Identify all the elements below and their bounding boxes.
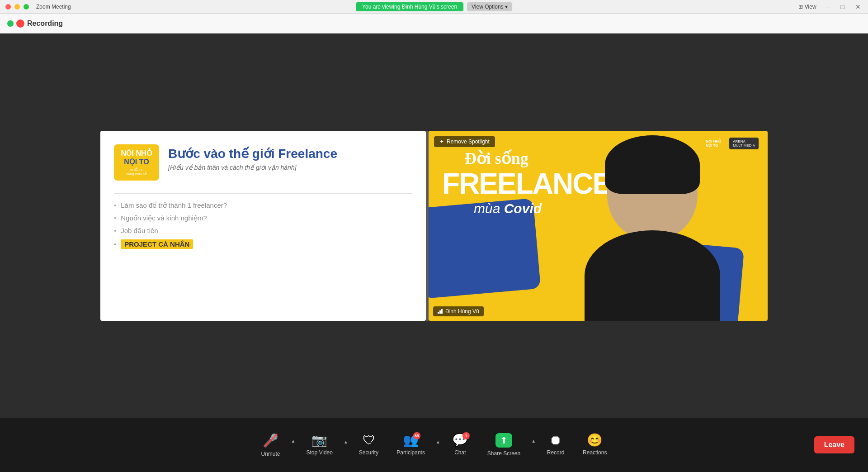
title-bar-right: ⊞ View ─ □ ✕ [798, 3, 863, 10]
share-screen-button[interactable]: ⬆ Share Screen [478, 429, 529, 460]
share-up-arrow-icon: ⬆ [500, 435, 508, 446]
bullet-4: PROJECT CÁ NHÂN [114, 237, 412, 251]
shield-icon: 🛡 [363, 434, 375, 447]
bullet-highlight: PROJECT CÁ NHÂN [121, 239, 193, 249]
slide-subtitle: [Hiểu về bản thân và cách thế giới vận h… [168, 164, 412, 171]
view-options-button[interactable]: View Options ▾ [467, 2, 512, 11]
slide-bullets: Làm sao để trở thành 1 freelancer? Nguồn… [114, 199, 412, 251]
main-content: NÓI NHỎ NỌI TO NHỎ-TO cùng chia sẻ Bước … [0, 33, 868, 418]
logo-box: NÓI NHỎ NỌI TO NHỎ-TO cùng chia sẻ [114, 144, 159, 181]
mic-off-line [264, 433, 277, 447]
mic-icon-wrapper: 🎤 [263, 433, 278, 448]
record-icon: ⏺ [549, 434, 562, 447]
record-button[interactable]: ⏺ Record [538, 430, 574, 459]
title-bar: Zoom Meeting You are viewing Đinh Hùng V… [0, 0, 868, 14]
signal-bar-1 [438, 312, 439, 314]
video-logo-overlay: NÓI NHỎNỌI TO ARENAMULTIMEDIA [702, 138, 759, 150]
chat-button[interactable]: 💬 1 Chat [442, 430, 478, 459]
remove-spotlight-button[interactable]: ✦ Remove Spotlight [434, 136, 495, 147]
video-partner-logo: ARENAMULTIMEDIA [729, 138, 759, 149]
reactions-icon: 😊 [587, 434, 603, 447]
reactions-label: Reactions [583, 449, 607, 456]
share-screen-caret[interactable]: ▲ [529, 439, 538, 443]
video-camera-icon: 📷 [311, 434, 327, 447]
participants-label: Participants [396, 449, 425, 456]
video-text-mua-covid: mùa Covid [474, 201, 542, 216]
video-text-covid: Covid [504, 201, 542, 216]
video-caret[interactable]: ▲ [342, 439, 350, 444]
slide-header: NÓI NHỎ NỌI TO NHỎ-TO cùng chia sẻ Bước … [114, 144, 412, 181]
recording-bar: Recording [0, 14, 868, 33]
recording-label: Recording [27, 19, 63, 28]
person-hair [605, 135, 700, 194]
close-window-btn[interactable] [5, 4, 11, 10]
unmute-label: Unmute [261, 451, 280, 457]
close-btn[interactable]: ✕ [854, 3, 863, 10]
unmute-group: 🎤 Unmute ▲ [252, 429, 297, 461]
recording-dot [16, 19, 24, 28]
participants-icon-wrapper: 👥 69 [403, 434, 419, 447]
share-screen-label: Share Screen [487, 450, 520, 457]
share-screen-icon: ⬆ [495, 433, 512, 448]
speaker-name-label: Đinh Hùng Vũ [433, 306, 484, 316]
participants-caret[interactable]: ▲ [434, 439, 442, 444]
signal-bars [438, 309, 443, 314]
signal-bar-2 [439, 310, 441, 314]
stop-video-label: Stop Video [306, 449, 333, 456]
slide-presentation: NÓI NHỎ NỌI TO NHỎ-TO cùng chia sẻ Bước … [100, 131, 426, 321]
bullet-1: Làm sao để trở thành 1 freelancer? [114, 199, 412, 212]
logo-tagline: NHỎ-TO cùng chia sẻ [119, 168, 154, 176]
star-icon: ✦ [439, 138, 444, 145]
video-logo-small: NÓI NHỎNỌI TO [702, 138, 725, 150]
maximize-window-btn[interactable] [24, 4, 29, 10]
view-label: View [805, 4, 816, 10]
mic-off-icon: 🎤 [263, 433, 278, 448]
unmute-button[interactable]: 🎤 Unmute [252, 429, 289, 461]
person-video-area [573, 131, 731, 321]
view-icon: ⊞ [798, 4, 803, 10]
remove-spotlight-label: Remove Spotlight [447, 138, 490, 145]
restore-btn[interactable]: □ [839, 3, 846, 10]
minimize-btn[interactable]: ─ [824, 3, 832, 10]
person-body [585, 230, 720, 321]
toolbar: 🎤 Unmute ▲ 📷 Stop Video ▲ 🛡 Security 👥 6… [0, 418, 868, 472]
slide-main-title: Bước vào thế giới Freelance [168, 146, 412, 161]
signal-bar-3 [441, 309, 443, 314]
bullet-2: Nguồn việc và kinh nghiệm? [114, 212, 412, 224]
stop-video-group: 📷 Stop Video ▲ [297, 430, 349, 459]
minimize-window-btn[interactable] [14, 4, 20, 10]
speaker-name: Đinh Hùng Vũ [445, 308, 479, 315]
share-screen-group: ⬆ Share Screen ▲ [478, 429, 538, 460]
chat-icon-wrapper: 💬 1 [452, 434, 468, 447]
stop-video-button[interactable]: 📷 Stop Video [297, 430, 342, 459]
window-title: Zoom Meeting [36, 4, 71, 10]
bullet-3: Job đầu tiên [114, 224, 412, 237]
title-bar-left: Zoom Meeting [5, 4, 71, 10]
reactions-button[interactable]: 😊 Reactions [574, 430, 616, 459]
video-feed: Đời sống FREELANCER mùa Covid NÓI NHỎNỌI… [429, 131, 768, 321]
participants-button[interactable]: 👥 69 Participants [387, 430, 434, 459]
chat-label: Chat [454, 449, 466, 456]
title-bar-center: You are viewing Đinh Hùng Vũ's screen Vi… [356, 2, 512, 11]
security-button[interactable]: 🛡 Security [350, 430, 387, 459]
logo-line2: NỌI TO [119, 157, 154, 166]
view-button[interactable]: ⊞ View [798, 4, 816, 10]
viewing-banner: You are viewing Đinh Hùng Vũ's screen [356, 2, 463, 11]
leave-button[interactable]: Leave [814, 436, 854, 453]
participants-badge: 69 [413, 432, 420, 439]
video-text-doi-song: Đời sống [465, 149, 528, 168]
slide-title-section: Bước vào thế giới Freelance [Hiểu về bản… [168, 144, 412, 171]
unmute-caret[interactable]: ▲ [289, 439, 297, 443]
participants-group: 👥 69 Participants ▲ [387, 430, 442, 459]
record-label: Record [547, 449, 565, 456]
security-label: Security [359, 449, 378, 456]
green-recording-dot [7, 20, 14, 27]
logo-line1: NÓI NHỎ [119, 149, 154, 157]
slide-divider [114, 193, 412, 194]
chat-badge: 1 [462, 432, 470, 439]
